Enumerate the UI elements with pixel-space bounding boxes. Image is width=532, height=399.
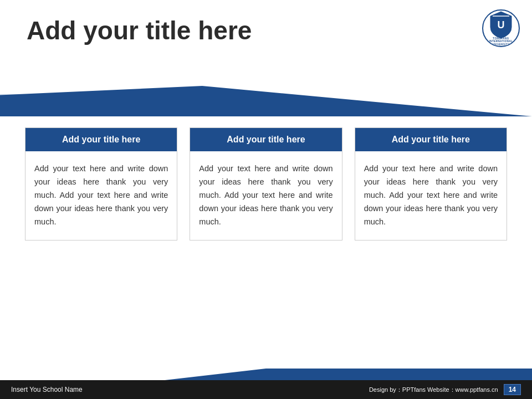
logo: U TONGFANGINTERNATIONALUNIVERSITY <box>481 8 521 48</box>
cards-area: Add your title here Add your text here a… <box>25 127 507 241</box>
footer-school-name: Insert You School Name <box>11 386 83 393</box>
footer-design-credit: Design by：PPTfans Website：www.pptfans.cn <box>369 386 498 394</box>
card-1: Add your title here Add your text here a… <box>25 127 177 241</box>
logo-shield-svg: U <box>489 11 513 39</box>
footer-page-number: 14 <box>504 384 521 395</box>
logo-circle: U TONGFANGINTERNATIONALUNIVERSITY <box>482 9 520 47</box>
logo-inner: U TONGFANGINTERNATIONALUNIVERSITY <box>489 11 513 46</box>
card-3-body: Add your text here and write down your i… <box>355 151 507 240</box>
footer-bar: Insert You School Name Design by：PPTfans… <box>0 380 532 399</box>
top-blue-band <box>0 86 532 116</box>
footer-right: Design by：PPTfans Website：www.pptfans.cn… <box>369 384 521 395</box>
card-2-body: Add your text here and write down your i… <box>190 151 341 240</box>
card-3-header: Add your title here <box>355 128 507 151</box>
main-title: Add your title here <box>27 16 252 46</box>
logo-text: TONGFANGINTERNATIONALUNIVERSITY <box>489 37 513 46</box>
card-2-header: Add your title here <box>190 128 341 151</box>
card-2: Add your title here Add your text here a… <box>190 127 342 241</box>
card-1-body: Add your text here and write down your i… <box>25 151 177 240</box>
card-1-header: Add your title here <box>25 128 177 151</box>
card-3: Add your title here Add your text here a… <box>355 127 507 241</box>
svg-text:U: U <box>497 19 504 30</box>
slide: Add your title here U TONGFANGINTERNATIO… <box>0 0 532 399</box>
